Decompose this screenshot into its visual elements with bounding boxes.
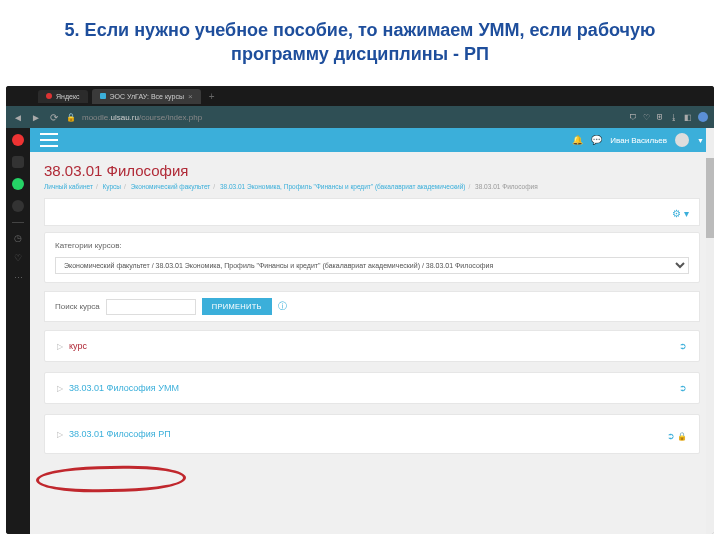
course-link[interactable]: 38.03.01 Философия УММ (69, 383, 179, 393)
chat-icon[interactable]: 💬 (591, 135, 602, 145)
tab-label: Яндекс (56, 93, 80, 100)
enter-icon[interactable]: ➲ (667, 431, 675, 441)
yandex-icon (46, 93, 52, 99)
enter-icon[interactable]: ➲ (679, 383, 687, 393)
hamburger-icon[interactable] (40, 133, 58, 147)
page-content: 🔔 💬 Иван Васильев ▼ 38.03.01 Философия Л… (30, 128, 714, 534)
search-label: Поиск курса (55, 302, 100, 311)
course-item-kurs[interactable]: ▷ курс ➲ (44, 330, 700, 362)
search-row: Поиск курса ПРИМЕНИТЬ ⓘ (44, 291, 700, 322)
tab-label: ЭОС УлГАУ: Все курсы (110, 93, 184, 100)
tab-strip: Яндекс ЭОС УлГАУ: Все курсы × + (6, 86, 714, 106)
reload-button[interactable]: ⟳ (48, 112, 60, 123)
course-item-rp[interactable]: ▷ 38.03.01 Философия РП ➲🔒 (44, 414, 700, 454)
course-link[interactable]: курс (69, 341, 87, 351)
lock-icon: 🔒 (677, 432, 687, 441)
category-label: Категории курсов: (55, 241, 689, 250)
sidebar-icon-1[interactable] (12, 134, 24, 146)
sidebar-icon-2[interactable] (12, 156, 24, 168)
heart-icon[interactable]: ♡ (643, 113, 650, 122)
back-button[interactable]: ◄ (12, 112, 24, 123)
scrollbar-thumb[interactable] (706, 158, 714, 238)
new-tab-button[interactable]: + (209, 91, 215, 102)
vpn-icon[interactable]: ⛉ (629, 113, 637, 122)
triangle-icon: ▷ (57, 384, 63, 393)
addr-icons: ⛉ ♡ ⛨ ⭳ ◧ (629, 112, 708, 122)
help-icon[interactable]: ⓘ (278, 300, 287, 313)
bookmark-icon[interactable]: ♡ (14, 253, 22, 263)
crumb-faculty[interactable]: Экономический факультет (131, 183, 211, 190)
page-title: 38.03.01 Философия (44, 162, 700, 179)
moodle-icon (100, 93, 106, 99)
gear-icon[interactable]: ⚙ ▾ (672, 208, 689, 219)
scrollbar[interactable] (706, 128, 714, 534)
chevron-down-icon: ▼ (697, 137, 704, 144)
address-bar: ◄ ► ⟳ 🔒 moodle.moodle.ulsau.ruulsau.ru/c… (6, 106, 714, 128)
shield-icon[interactable]: ⛨ (656, 113, 664, 122)
course-link[interactable]: 38.03.01 Философия РП (69, 429, 171, 439)
more-icon[interactable]: ⋯ (14, 273, 23, 283)
bell-icon[interactable]: 🔔 (572, 135, 583, 145)
download-icon[interactable]: ⭳ (670, 113, 678, 122)
browser-tab-yandex[interactable]: Яндекс (38, 90, 88, 103)
browser-window: Яндекс ЭОС УлГАУ: Все курсы × + ◄ ► ⟳ 🔒 … (6, 86, 714, 534)
slide-title: 5. Если нужно учебное пособие, то нажима… (0, 0, 720, 79)
triangle-icon: ▷ (57, 430, 63, 439)
crumb-current: 38.03.01 Философия (475, 183, 538, 190)
close-icon[interactable]: × (188, 92, 193, 101)
lock-icon: 🔒 (66, 113, 76, 122)
user-menu[interactable]: 🔔 💬 Иван Васильев ▼ (572, 133, 704, 147)
profile-icon[interactable] (698, 112, 708, 122)
avatar (675, 133, 689, 147)
triangle-icon: ▷ (57, 342, 63, 351)
course-item-umm[interactable]: ▷ 38.03.01 Философия УММ ➲ (44, 372, 700, 404)
crumb-program[interactable]: 38.03.01 Экономика, Профиль "Финансы и к… (220, 183, 466, 190)
whatsapp-icon[interactable] (12, 178, 24, 190)
user-name: Иван Васильев (610, 136, 667, 145)
url-field[interactable]: moodle.moodle.ulsau.ruulsau.ru/course/in… (82, 113, 623, 122)
divider (12, 222, 24, 223)
apply-button[interactable]: ПРИМЕНИТЬ (202, 298, 272, 315)
history-icon[interactable]: ◷ (14, 233, 22, 243)
settings-row: ⚙ ▾ (44, 198, 700, 226)
moodle-navbar: 🔔 💬 Иван Васильев ▼ (30, 128, 714, 152)
category-card: Категории курсов: Экономический факульте… (44, 232, 700, 283)
search-input[interactable] (106, 299, 196, 315)
forward-button[interactable]: ► (30, 112, 42, 123)
crumb-home[interactable]: Личный кабинет (44, 183, 93, 190)
breadcrumb: Личный кабинет/ Курсы/ Экономический фак… (44, 183, 700, 190)
browser-tab-moodle[interactable]: ЭОС УлГАУ: Все курсы × (92, 89, 201, 104)
ext-icon[interactable]: ◧ (684, 113, 692, 122)
crumb-courses[interactable]: Курсы (103, 183, 122, 190)
category-select[interactable]: Экономический факультет / 38.03.01 Эконо… (55, 257, 689, 274)
sidebar-icon-4[interactable] (12, 200, 24, 212)
enter-icon[interactable]: ➲ (679, 341, 687, 351)
opera-sidebar: ◷ ♡ ⋯ (6, 128, 30, 534)
